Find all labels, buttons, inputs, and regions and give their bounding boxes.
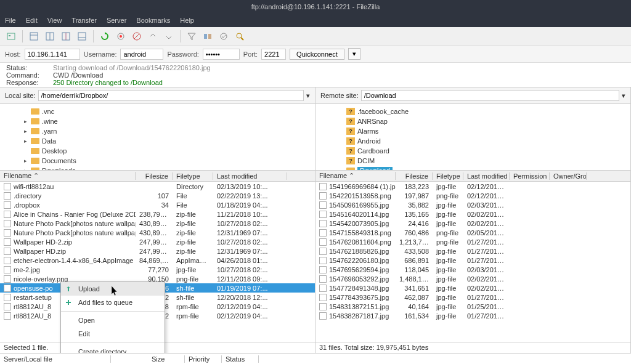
file-row[interactable]: 1545420073905.jpg24,416jpg-file02/02/201…	[316, 219, 630, 228]
svg-rect-2	[30, 33, 38, 40]
file-row[interactable]: .directory107File02/22/2019 13:...	[0, 191, 315, 200]
file-row[interactable]: Alice in Chains - Ranier Fog (Deluxe 2CD…	[0, 209, 315, 219]
local-site-input[interactable]	[38, 90, 304, 101]
menu-view[interactable]: View	[47, 17, 62, 24]
quickconnect-dropdown[interactable]: ▾	[348, 48, 360, 60]
quickconnect-button[interactable]: Quickconnect	[290, 49, 344, 60]
col-permission[interactable]: Permission	[510, 172, 550, 180]
log-line: Starting download of /Download/154762220…	[53, 64, 211, 71]
tree-item[interactable]: ?.facebook_cache	[316, 107, 630, 116]
port-label: Port:	[243, 51, 258, 58]
local-tree[interactable]: .vnc▸.wine▸.yarn▸DataDesktop▸Documents▸D…	[0, 104, 316, 170]
remote-tree[interactable]: ?.facebook_cache?ANRSnap?Alarms?Android?…	[316, 104, 631, 170]
tree-item[interactable]: ▸Data	[0, 136, 315, 146]
file-row[interactable]: 1547620811604.png1,213,770png-file01/27/…	[316, 237, 630, 246]
menu-transfer[interactable]: Transfer	[71, 17, 97, 24]
menu-bookmarks[interactable]: Bookmarks	[136, 17, 170, 24]
disconnect-icon[interactable]	[148, 31, 158, 41]
toggle-tree-icon[interactable]	[45, 31, 55, 41]
file-row[interactable]: Nature Photo Pack[photos nature wallpape…	[0, 228, 315, 237]
log-line: CWD /Download	[53, 71, 103, 79]
tree-item[interactable]: ?DCIM	[316, 156, 630, 166]
col-filetype[interactable]: Filetype	[433, 172, 463, 180]
menu-file[interactable]: File	[5, 17, 16, 24]
toggle-queue-icon[interactable]	[77, 31, 87, 41]
cancel-icon[interactable]	[132, 31, 142, 41]
file-row[interactable]: .dropbox34File01/18/2019 04:...	[0, 200, 315, 209]
reconnect-icon[interactable]	[164, 31, 174, 41]
remote-site-input[interactable]	[361, 90, 619, 101]
tree-item[interactable]: ?Cardboard	[316, 146, 630, 156]
tree-item[interactable]: ▸.wine	[0, 116, 315, 126]
file-row[interactable]: wifi-rtl8812auDirectory02/13/2019 10:...	[0, 182, 315, 191]
file-row[interactable]: me-2.jpg77,270jpg-file10/27/2018 02:...	[0, 265, 315, 274]
context-create-dir[interactable]: Create directory	[61, 345, 165, 353]
site-path-bar: Local site: ▾ Remote site: ▾	[0, 87, 631, 104]
process-queue-icon[interactable]	[116, 31, 126, 41]
port-input[interactable]	[261, 49, 286, 60]
file-row[interactable]: 1545096169955.jpg35,882jpg-file02/03/201…	[316, 200, 630, 209]
menubar: File Edit View Transfer Server Bookmarks…	[0, 14, 631, 27]
password-label: Password:	[167, 51, 198, 58]
host-label: Host:	[5, 51, 21, 58]
col-filename[interactable]: Filename ⌃	[316, 172, 396, 180]
tree-item[interactable]: ▸.yarn	[0, 126, 315, 136]
col-filetype[interactable]: Filetype	[173, 172, 213, 180]
search-icon[interactable]	[235, 31, 245, 41]
file-row[interactable]: Nature Photo Pack[photos nature wallpape…	[0, 219, 315, 228]
col-owner[interactable]: Owner/Grou	[550, 172, 587, 180]
file-row[interactable]: Wallpaper HD.zip247,995,...zip-file12/31…	[0, 246, 315, 256]
file-row[interactable]: 1541966969684 (1).jpg183,223jpg-file02/1…	[316, 182, 630, 191]
menu-edit[interactable]: Edit	[26, 17, 38, 24]
site-manager-icon[interactable]	[6, 31, 16, 41]
file-row[interactable]: 1547696053292.jpg1,488,196jpg-file02/02/…	[316, 274, 630, 283]
col-filename[interactable]: Filename ⌃	[0, 172, 136, 180]
tree-item[interactable]: ?Android	[316, 136, 630, 146]
file-row[interactable]: 1545164020114.jpg135,165jpg-file02/02/20…	[316, 209, 630, 219]
tree-item[interactable]: ?Alarms	[316, 126, 630, 136]
toggle-log-icon[interactable]	[29, 31, 39, 41]
queue-col-prio[interactable]: Priority	[185, 355, 222, 363]
tree-item[interactable]: Download	[316, 166, 630, 170]
file-row[interactable]: 1547621885826.jpg433,508jpg-file01/27/20…	[316, 246, 630, 256]
file-row[interactable]: 1548382871817.jpg161,534jpg-file01/27/20…	[316, 311, 630, 320]
file-row[interactable]: Wallpaper HD-2.zip247,995,...zip-file10/…	[0, 237, 315, 246]
file-row[interactable]: 1547155849318.png760,486png-file02/05/20…	[316, 228, 630, 237]
file-row[interactable]: 1547622206180.jpg686,891jpg-file01/27/20…	[316, 256, 630, 265]
compare-icon[interactable]	[203, 31, 213, 41]
file-row[interactable]: etcher-electron-1.4.4-x86_64.AppImage84,…	[0, 256, 315, 265]
file-row[interactable]: 1542201513958.png197,987png-file02/12/20…	[316, 191, 630, 200]
local-site-dropdown-icon[interactable]: ▾	[306, 92, 310, 100]
file-row[interactable]: 1547695629594.jpg118,045jpg-file02/03/20…	[316, 265, 630, 274]
context-upload[interactable]: Upload	[61, 282, 165, 296]
filter-icon[interactable]	[187, 31, 197, 41]
context-add-queue[interactable]: Add files to queue	[61, 296, 165, 309]
toggle-remote-tree-icon[interactable]	[61, 31, 71, 41]
context-edit[interactable]: Edit	[61, 327, 165, 341]
host-input[interactable]	[25, 49, 80, 60]
sync-browse-icon[interactable]	[219, 31, 229, 41]
tree-item[interactable]: ?ANRSnap	[316, 116, 630, 126]
queue-col-file[interactable]: Server/Local file	[0, 355, 111, 363]
menu-help[interactable]: Help	[180, 17, 194, 24]
col-modified[interactable]: Last modified	[213, 172, 287, 180]
queue-col-status[interactable]: Status	[222, 355, 259, 363]
password-input[interactable]	[203, 49, 240, 60]
col-filesize[interactable]: Filesize	[136, 172, 173, 180]
col-modified[interactable]: Last modified	[463, 172, 510, 180]
file-row[interactable]: 1548313872151.jpg40,164jpg-file01/25/201…	[316, 302, 630, 311]
menu-server[interactable]: Server	[107, 17, 126, 24]
tree-item[interactable]: .vnc	[0, 107, 315, 116]
tree-item[interactable]: ▸Downloads	[0, 166, 315, 170]
col-filesize[interactable]: Filesize	[396, 172, 433, 180]
tree-item[interactable]: ▸Documents	[0, 156, 315, 166]
username-input[interactable]	[120, 49, 163, 60]
tree-item[interactable]: Desktop	[0, 146, 315, 156]
refresh-icon[interactable]	[100, 31, 110, 41]
file-row[interactable]: 1547784393675.jpg462,087jpg-file01/27/20…	[316, 293, 630, 302]
context-open[interactable]: Open	[61, 313, 165, 327]
remote-site-dropdown-icon[interactable]: ▾	[622, 92, 625, 100]
add-queue-icon	[65, 299, 72, 306]
file-row[interactable]: 1547728491348.jpg341,651jpg-file02/02/20…	[316, 283, 630, 293]
queue-col-size[interactable]: Size	[148, 355, 185, 363]
